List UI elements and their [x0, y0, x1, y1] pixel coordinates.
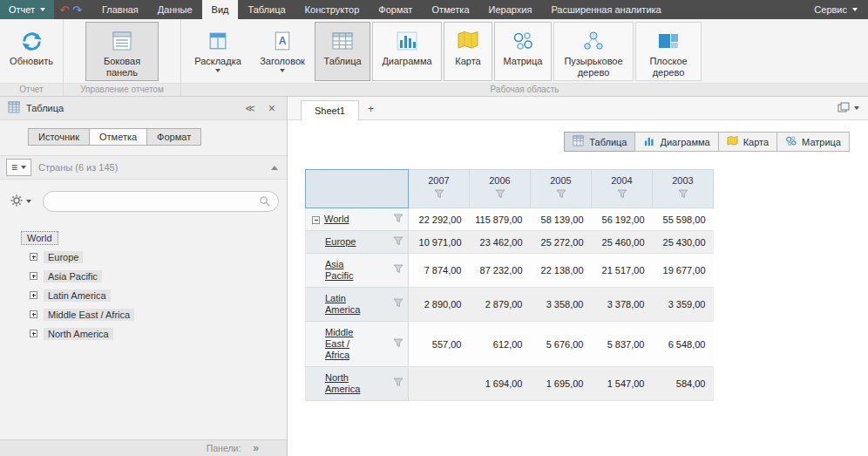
- close-panel-button[interactable]: ×: [265, 102, 279, 114]
- list-menu-button[interactable]: ≡: [6, 159, 31, 176]
- menu-tab-table[interactable]: Таблица: [238, 0, 295, 19]
- workspace-chart-button[interactable]: Диаграмма: [372, 22, 442, 81]
- refresh-button[interactable]: Обновить: [4, 22, 58, 81]
- collapse-section-icon[interactable]: [271, 166, 278, 170]
- menu-tab-data[interactable]: Данные: [148, 0, 202, 19]
- data-cell[interactable]: 557,00: [409, 322, 470, 367]
- flat-tree-button[interactable]: Плоское дерево: [635, 22, 702, 81]
- data-cell[interactable]: 21 517,00: [592, 254, 653, 288]
- data-cell[interactable]: 87 232,00: [470, 254, 531, 288]
- data-cell[interactable]: 1 695,00: [531, 367, 592, 401]
- search-input[interactable]: [51, 196, 259, 207]
- tree-item[interactable]: North America: [21, 326, 287, 341]
- data-cell[interactable]: 23 462,00: [470, 231, 531, 254]
- title-button[interactable]: A Заголовок: [252, 22, 313, 81]
- row-label-link[interactable]: Middle East / Africa: [325, 327, 370, 361]
- column-header-2006[interactable]: 2006: [470, 170, 531, 208]
- gear-button[interactable]: [7, 193, 35, 210]
- filter-icon[interactable]: [393, 264, 403, 276]
- column-header-2003[interactable]: 2003: [653, 170, 714, 208]
- filter-icon[interactable]: [531, 189, 591, 199]
- data-cell[interactable]: 2 890,00: [409, 288, 470, 322]
- data-cell[interactable]: 7 874,00: [409, 254, 470, 288]
- tree-item[interactable]: Latin America: [21, 288, 287, 303]
- menu-tab-mark[interactable]: Отметка: [422, 0, 478, 19]
- expand-icon[interactable]: [30, 272, 37, 280]
- data-cell[interactable]: 3 359,00: [653, 288, 714, 322]
- redo-icon[interactable]: ↷: [72, 3, 82, 17]
- filter-icon[interactable]: [470, 189, 530, 199]
- data-cell[interactable]: 3 358,00: [531, 288, 592, 322]
- layout-button[interactable]: Раскладка: [186, 22, 250, 81]
- collapse-panel-button[interactable]: ≪: [241, 103, 259, 114]
- data-cell[interactable]: 22 138,00: [531, 254, 592, 288]
- report-menu-button[interactable]: Отчет: [0, 0, 54, 19]
- data-cell[interactable]: 5 676,00: [531, 322, 592, 367]
- collapse-icon[interactable]: [312, 216, 320, 224]
- data-cell[interactable]: 2 879,00: [470, 288, 531, 322]
- view-matrix-button[interactable]: Матрица: [776, 132, 850, 152]
- tree-item[interactable]: Europe: [21, 249, 287, 264]
- filter-icon[interactable]: [592, 189, 652, 199]
- workspace-table-button[interactable]: Таблица: [315, 22, 370, 81]
- row-label-link[interactable]: Latin America: [325, 293, 370, 316]
- expand-icon[interactable]: [30, 253, 37, 261]
- tree-item[interactable]: Middle East / Africa: [21, 307, 287, 322]
- data-cell[interactable]: 6 548,00: [653, 322, 714, 367]
- tree-item-label[interactable]: Europe: [44, 251, 83, 263]
- undo-icon[interactable]: ↶: [59, 3, 69, 17]
- tree-item[interactable]: Asia Pacific: [21, 269, 287, 283]
- expand-icon[interactable]: [30, 310, 37, 318]
- column-header-2004[interactable]: 2004: [592, 170, 653, 208]
- view-table-button[interactable]: Таблица: [564, 132, 635, 152]
- row-label-link[interactable]: North America: [325, 372, 370, 395]
- menu-tab-hierarchy[interactable]: Иерархия: [479, 0, 542, 19]
- tree-item-label[interactable]: Middle East / Africa: [44, 309, 134, 321]
- add-sheet-button[interactable]: +: [359, 99, 383, 119]
- data-cell[interactable]: 25 272,00: [531, 231, 592, 254]
- row-label-link[interactable]: Europe: [325, 236, 356, 248]
- column-header-2007[interactable]: 2007: [409, 170, 470, 208]
- menu-tab-constructor[interactable]: Конструктор: [295, 0, 370, 19]
- expand-icon[interactable]: [30, 291, 37, 299]
- menu-tab-view[interactable]: Вид: [202, 0, 239, 19]
- filter-icon[interactable]: [409, 189, 469, 199]
- bubble-tree-button[interactable]: Пузырьковое дерево: [553, 22, 634, 81]
- data-cell[interactable]: 25 430,00: [653, 231, 714, 254]
- data-cell[interactable]: 5 837,00: [592, 322, 653, 367]
- column-header-2005[interactable]: 2005: [531, 170, 592, 208]
- data-cell[interactable]: 55 598,00: [653, 208, 714, 231]
- filter-icon[interactable]: [393, 378, 403, 390]
- workspace-map-button[interactable]: Карта: [444, 22, 492, 81]
- expand-icon[interactable]: [30, 330, 37, 337]
- filter-icon[interactable]: [653, 189, 713, 199]
- data-cell[interactable]: 1 694,00: [470, 367, 531, 401]
- view-chart-button[interactable]: Диаграмма: [634, 132, 718, 152]
- workspace-matrix-button[interactable]: Матрица: [494, 22, 552, 81]
- tree-item-label[interactable]: Latin America: [44, 289, 111, 302]
- tree-item-label[interactable]: Asia Pacific: [44, 270, 102, 282]
- data-cell[interactable]: 3 378,00: [592, 288, 653, 322]
- filter-icon[interactable]: [393, 298, 403, 310]
- data-cell[interactable]: 22 292,00: [409, 208, 470, 231]
- filter-icon[interactable]: [393, 214, 403, 226]
- row-label-link[interactable]: World: [324, 214, 349, 224]
- filter-icon[interactable]: [393, 236, 403, 248]
- view-map-button[interactable]: Карта: [718, 132, 777, 152]
- data-cell[interactable]: 584,00: [653, 367, 714, 401]
- row-label-link[interactable]: Asia Pacific: [325, 259, 370, 282]
- window-layout-button[interactable]: [837, 102, 868, 119]
- menu-tab-home[interactable]: Главная: [92, 0, 148, 19]
- tab-mark[interactable]: Отметка: [89, 128, 147, 146]
- menu-tab-advanced-analytics[interactable]: Расширенная аналитика: [541, 0, 670, 19]
- side-panel-toggle-button[interactable]: Боковая панель: [85, 22, 159, 81]
- data-cell[interactable]: [409, 367, 470, 401]
- tab-source[interactable]: Источник: [28, 128, 90, 146]
- menu-tab-format[interactable]: Формат: [369, 0, 422, 19]
- data-cell[interactable]: 612,00: [470, 322, 531, 367]
- filter-icon[interactable]: [393, 338, 403, 351]
- table-corner-cell[interactable]: [306, 170, 409, 208]
- data-cell[interactable]: 10 971,00: [409, 231, 470, 254]
- data-cell[interactable]: 25 460,00: [592, 231, 653, 254]
- data-cell[interactable]: 1 547,00: [592, 367, 653, 401]
